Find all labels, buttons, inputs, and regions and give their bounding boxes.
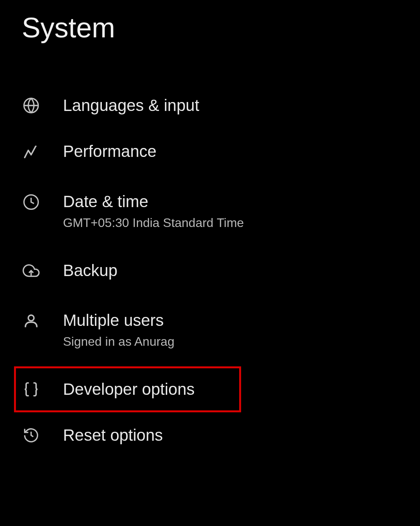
menu-item-label: Performance: [63, 142, 156, 161]
menu-item-label: Languages & input: [63, 96, 199, 115]
menu-item-performance[interactable]: Performance: [0, 128, 420, 174]
menu-item-label: Backup: [63, 261, 117, 280]
menu-item-label: Reset options: [63, 426, 163, 445]
clock-icon: [22, 193, 40, 211]
menu-item-backup[interactable]: Backup: [0, 248, 420, 294]
menu-item-languages-input[interactable]: Languages & input: [0, 83, 420, 128]
menu-item-subtitle: GMT+05:30 India Standard Time: [63, 215, 244, 230]
cloud-upload-icon: [22, 261, 40, 280]
menu-item-date-time[interactable]: Date & time GMT+05:30 India Standard Tim…: [0, 175, 420, 248]
menu-item-subtitle: Signed in as Anurag: [63, 334, 174, 349]
menu-item-label: Date & time: [63, 192, 244, 211]
svg-point-4: [28, 315, 34, 321]
menu-item-developer-options[interactable]: Developer options: [14, 366, 241, 412]
menu-item-multiple-users[interactable]: Multiple users Signed in as Anurag: [0, 294, 420, 366]
user-icon: [22, 311, 40, 330]
performance-icon: [22, 142, 40, 161]
page-title: System: [0, 12, 420, 44]
globe-icon: [22, 96, 40, 115]
menu-item-label: Developer options: [63, 380, 195, 399]
reset-icon: [22, 426, 40, 445]
braces-icon: [22, 380, 40, 399]
menu-item-label: Multiple users: [63, 311, 174, 330]
system-menu-list: Languages & input Performance Date & tim…: [0, 83, 420, 459]
menu-item-reset-options[interactable]: Reset options: [0, 412, 420, 458]
